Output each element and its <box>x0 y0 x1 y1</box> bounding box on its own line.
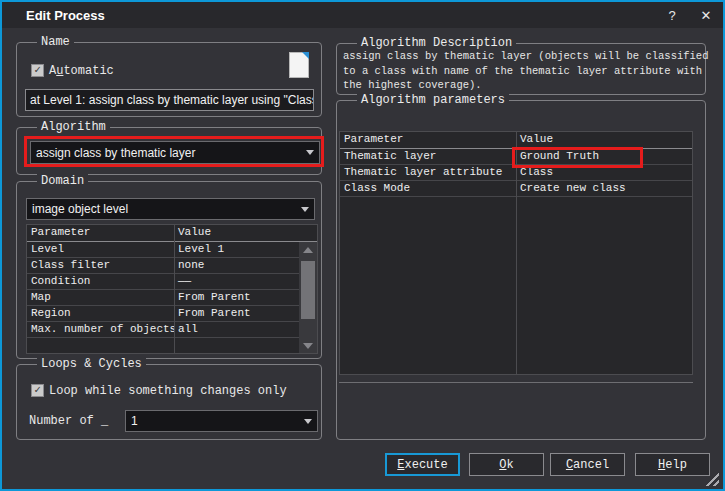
description-group-label: Algorithm Description <box>357 36 516 50</box>
automatic-checkbox-label: Automatic <box>49 64 114 78</box>
domain-dropdown-value: image object level <box>32 202 128 216</box>
name-group-label: Name <box>37 35 74 49</box>
algorithm-parameters-group: Algorithm parameters Parameter Value The… <box>336 100 706 440</box>
new-document-icon[interactable] <box>289 52 309 78</box>
header-value: Value <box>516 132 692 148</box>
scrollbar-thumb[interactable] <box>301 261 315 319</box>
name-group: Name ✓ Automatic at Level 1: assign clas… <box>16 42 322 117</box>
table-row[interactable]: Map From Parent <box>27 290 317 306</box>
chevron-down-icon[interactable] <box>299 411 317 431</box>
header-parameter: Parameter <box>27 225 174 241</box>
chevron-down-icon[interactable] <box>301 142 319 163</box>
table-row[interactable]: Level Level 1 <box>27 242 317 258</box>
domain-table: Parameter Value Level Level 1 Class filt… <box>26 224 318 354</box>
dialog-title: Edit Process <box>26 8 105 23</box>
table-row[interactable]: Class filter none <box>27 258 317 274</box>
domain-dropdown[interactable]: image object level <box>26 198 315 220</box>
titlebar-buttons: ? ✕ <box>655 3 723 27</box>
automatic-checkbox[interactable]: ✓ <box>31 64 44 77</box>
loop-while-checkbox[interactable]: ✓ <box>31 384 44 397</box>
parameters-group-label: Algorithm parameters <box>357 93 509 107</box>
check-icon: ✓ <box>34 385 41 396</box>
loops-cycles-group: Loops & Cycles ✓ Loop while something ch… <box>16 364 322 440</box>
edit-process-dialog: Edit Process ? ✕ Name ✓ Automatic at Lev… <box>0 0 725 491</box>
domain-group: Domain image object level Parameter Valu… <box>16 181 322 359</box>
loop-while-checkbox-label: Loop while something changes only <box>49 384 287 398</box>
table-row[interactable]: Condition —— <box>27 274 317 290</box>
algorithm-parameters-table: Parameter Value Thematic layer Ground Tr… <box>339 131 693 375</box>
cancel-button[interactable]: Cancel <box>550 453 625 476</box>
header-parameter: Parameter <box>340 132 516 148</box>
algorithm-description-text: assign class by thematic layer (objects … <box>343 49 708 93</box>
number-of-cycles-dropdown[interactable]: 1 <box>125 410 318 432</box>
column-divider <box>516 132 517 374</box>
cycles-dropdown-value: 1 <box>131 414 138 428</box>
check-icon: ✓ <box>34 65 41 76</box>
table-row[interactable]: Max. number of objects all <box>27 322 317 338</box>
execute-button[interactable]: Execute <box>385 453 460 476</box>
algorithm-group-label: Algorithm <box>37 120 110 134</box>
loops-group-label: Loops & Cycles <box>37 357 146 371</box>
algorithm-dropdown[interactable]: assign class by thematic layer <box>30 141 320 164</box>
scroll-down-icon[interactable] <box>299 338 317 353</box>
close-icon[interactable]: ✕ <box>689 3 723 27</box>
algorithm-description-group: Algorithm Description assign class by th… <box>336 43 706 95</box>
scroll-up-icon[interactable] <box>299 242 317 257</box>
table-row[interactable]: Region From Parent <box>27 306 317 322</box>
table-bottom-separator <box>339 382 693 383</box>
column-divider <box>174 225 175 353</box>
title-bar[interactable]: Edit Process ? ✕ <box>2 2 723 28</box>
process-name-input[interactable]: at Level 1: assign class by thematic lay… <box>25 89 314 111</box>
help-button[interactable]: Help <box>635 453 710 476</box>
chevron-down-icon[interactable] <box>296 199 314 219</box>
domain-table-header: Parameter Value <box>27 225 317 242</box>
header-value: Value <box>174 225 299 241</box>
vertical-scrollbar[interactable] <box>299 242 317 353</box>
help-icon[interactable]: ? <box>655 3 689 27</box>
algorithm-dropdown-value: assign class by thematic layer <box>36 146 195 160</box>
number-of-label: Number of _ <box>29 414 108 428</box>
algorithm-group: Algorithm assign class by thematic layer <box>16 127 322 175</box>
domain-group-label: Domain <box>37 174 88 188</box>
ok-button[interactable]: Ok <box>469 453 544 476</box>
